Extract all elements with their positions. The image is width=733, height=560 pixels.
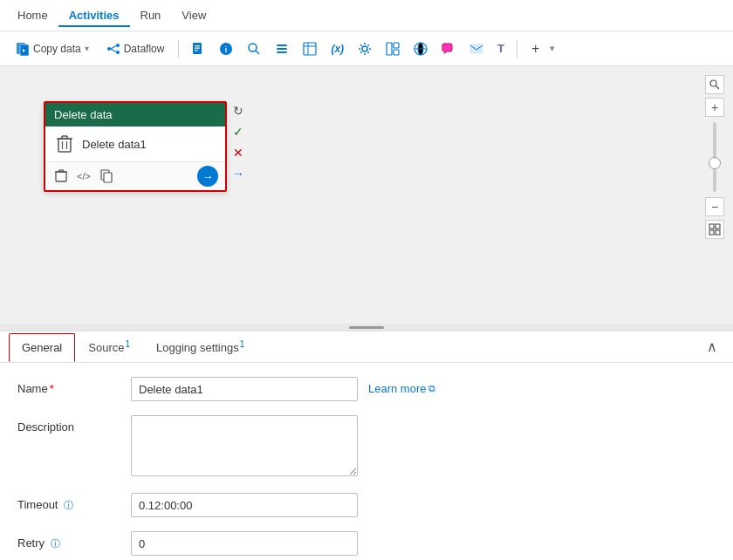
mail-icon-button[interactable] (464, 38, 489, 59)
name-input[interactable] (131, 377, 358, 401)
settings-icon-button[interactable] (353, 38, 377, 59)
globe-icon-button[interactable] (408, 38, 433, 59)
menu-home[interactable]: Home (7, 3, 58, 27)
retry-input-wrapper (131, 531, 358, 556)
timeout-input[interactable] (131, 493, 358, 517)
panel-collapse-button[interactable]: ∧ (700, 338, 724, 355)
activity-header-title: Delete data (54, 108, 113, 121)
zoom-in-button[interactable]: + (705, 98, 724, 117)
logging-badge: 1 (240, 339, 245, 349)
side-actions: ↻ ✓ ✕ → (229, 101, 248, 183)
name-required: * (50, 382, 54, 395)
node-arrow-button[interactable]: → (229, 164, 248, 183)
description-input-wrapper (131, 415, 358, 479)
page-icon-button[interactable] (380, 38, 405, 59)
svg-rect-8 (195, 45, 200, 46)
svg-rect-24 (394, 50, 399, 55)
add-chevron[interactable]: ▾ (550, 43, 555, 54)
tab-logging[interactable]: Logging settings1 (143, 331, 257, 362)
search-icon-button[interactable] (242, 38, 266, 59)
trash-icon (54, 133, 75, 154)
learn-more-link[interactable]: Learn more ⧉ (368, 377, 435, 395)
menu-view[interactable]: View (171, 3, 216, 27)
collapse-handle[interactable] (0, 324, 733, 331)
zoom-out-button[interactable]: − (705, 197, 724, 216)
external-link-icon: ⧉ (428, 383, 435, 394)
code-icon[interactable]: </> (75, 167, 92, 185)
timeout-input-wrapper (131, 493, 358, 517)
menu-bar: Home Activities Run View (0, 0, 733, 31)
svg-rect-44 (104, 173, 112, 182)
refresh-button[interactable]: ↻ (229, 101, 248, 120)
svg-rect-31 (58, 139, 71, 152)
add-button[interactable]: + (524, 38, 546, 60)
name-label: Name* (17, 377, 131, 395)
teams-icon-button[interactable]: T (492, 38, 510, 58)
name-input-wrapper (131, 377, 358, 401)
svg-point-3 (116, 44, 120, 47)
copy-icon[interactable] (98, 167, 115, 185)
check-button[interactable]: ✓ (229, 122, 248, 141)
zoom-slider-thumb[interactable] (709, 157, 721, 169)
description-row: Description (17, 415, 716, 479)
variable-icon-button[interactable]: (x) (325, 39, 349, 58)
svg-point-4 (116, 51, 120, 54)
info-icon-button[interactable]: i (214, 38, 238, 59)
bottom-panel: General Source1 Logging settings1 ∧ Name… (0, 331, 733, 560)
svg-line-6 (111, 49, 116, 52)
gear-icon (358, 42, 372, 56)
form-content: Name* Learn more ⧉ Description Timeout ⓘ (0, 363, 733, 560)
chat-icon-button[interactable] (436, 38, 461, 59)
close-button[interactable]: ✕ (229, 143, 248, 162)
page-icon (386, 42, 400, 56)
retry-label: Retry ⓘ (17, 531, 131, 550)
fit-view-button[interactable] (705, 220, 724, 239)
retry-input[interactable] (131, 531, 358, 556)
retry-info-icon[interactable]: ⓘ (51, 538, 60, 549)
svg-rect-9 (195, 47, 200, 48)
toolbar-sep-2 (517, 40, 517, 58)
globe-icon (414, 42, 428, 56)
activity-header: Delete data (45, 103, 225, 126)
table-icon-button[interactable] (298, 38, 322, 59)
toolbar: Copy data ▾ Dataflow i (0, 31, 733, 66)
list-icon-button[interactable] (270, 38, 294, 59)
dataflow-icon (106, 42, 120, 56)
canvas-search-button[interactable] (705, 75, 724, 94)
timeout-info-icon[interactable]: ⓘ (64, 500, 73, 510)
activity-footer: </> → (45, 161, 225, 190)
svg-line-46 (716, 86, 720, 90)
tab-source[interactable]: Source1 (75, 331, 143, 362)
arrow-right-icon[interactable]: → (197, 166, 218, 187)
timeout-row: Timeout ⓘ (17, 493, 716, 517)
zoom-slider-track (713, 122, 716, 192)
svg-rect-18 (304, 43, 316, 55)
menu-activities[interactable]: Activities (58, 3, 130, 27)
svg-point-2 (107, 47, 111, 51)
copy-data-icon (16, 42, 30, 56)
svg-line-14 (256, 51, 259, 54)
svg-rect-48 (716, 224, 720, 229)
table-icon (303, 42, 317, 56)
chat-icon (442, 42, 456, 56)
description-textarea[interactable] (131, 415, 358, 476)
tab-general[interactable]: General (9, 333, 75, 362)
svg-rect-16 (277, 48, 287, 50)
svg-rect-22 (387, 43, 392, 55)
svg-rect-47 (709, 224, 714, 229)
copy-data-button[interactable]: Copy data ▾ (9, 38, 96, 59)
delete-activity-icon[interactable] (52, 167, 70, 185)
description-label: Description (17, 415, 131, 434)
activity-node[interactable]: Delete data Delete data1 (44, 101, 227, 192)
tabs-bar: General Source1 Logging settings1 ∧ (0, 331, 733, 363)
activity-name: Delete data1 (82, 138, 147, 151)
copy-data-chevron[interactable]: ▾ (85, 44, 89, 53)
menu-run[interactable]: Run (130, 3, 172, 27)
svg-rect-38 (56, 172, 66, 181)
dataflow-button[interactable]: Dataflow (99, 38, 172, 59)
svg-rect-50 (716, 230, 720, 235)
svg-rect-23 (394, 43, 399, 48)
svg-text:i: i (225, 45, 228, 54)
doc-icon-button[interactable] (186, 38, 210, 59)
dataflow-label: Dataflow (124, 43, 165, 55)
